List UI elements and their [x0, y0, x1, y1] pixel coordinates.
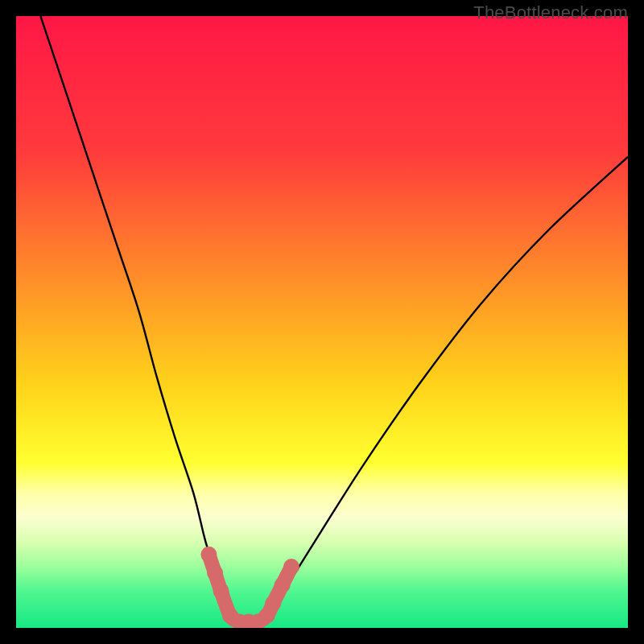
curve-right: [261, 157, 628, 628]
zone-marker-dot: [213, 583, 229, 599]
watermark-label: TheBottleneck.com: [473, 2, 628, 23]
zone-marker-dot: [207, 565, 223, 581]
zone-marker-dot: [200, 547, 217, 563]
zone-marker-dot: [275, 577, 291, 593]
zone-marker-dot: [283, 559, 299, 575]
zone-marker-dot: [265, 596, 281, 612]
curve-left: [40, 16, 236, 628]
chart-frame: [16, 16, 628, 628]
zone-highlight-dots: [200, 547, 299, 628]
chart-overlay: [16, 16, 628, 628]
